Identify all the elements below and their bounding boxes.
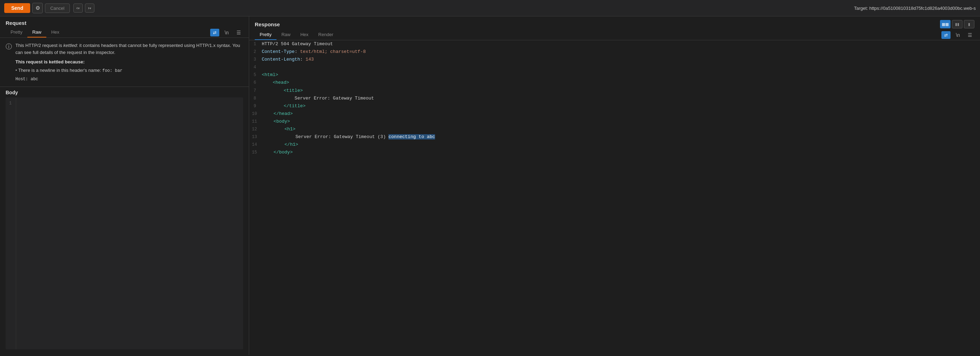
body-title: Body [0,87,249,97]
main-layout: Request Pretty Raw Hex ⇄ \n ☰ ⓘ This HTT… [0,16,980,355]
response-tab-render[interactable]: Render [313,30,338,40]
table-row: 4 [249,63,980,71]
kettled-warning: ⓘ This HTTP/2 request is kettled: it con… [6,42,243,82]
layout-split-button[interactable]: ▦▦ [940,20,951,28]
request-wrap-button[interactable]: ⇄ [210,29,219,36]
nav-forward-button[interactable]: › ▾ [85,3,94,13]
table-row: 15 </body> [249,149,980,156]
table-row: 13 Server Error: Gateway Timeout (3) con… [249,133,980,141]
layout-icons: ▦▦ ▮▮ ▮ [940,20,974,28]
kettled-because-title: This request is kettled because: [16,59,243,65]
request-tabs: Pretty Raw Hex ⇄ \n ☰ [0,27,249,38]
nav-back-button[interactable]: ‹ ▾ [73,3,83,13]
response-title: Response [255,21,280,27]
request-tab-raw[interactable]: Raw [27,27,46,38]
table-row: 12 <h1> [249,125,980,133]
layout-full-button[interactable]: ▮ [964,20,974,28]
table-row: 9 </title> [249,102,980,110]
response-top: Response ▦▦ ▮▮ ▮ [249,16,980,30]
table-row: 2 Content-Type: text/html; charset=utf-8 [249,48,980,56]
response-tab-pretty[interactable]: Pretty [255,30,277,40]
kettled-item-1: • There is a newline in this header's na… [16,67,243,74]
response-wrap-button[interactable]: ⇄ [942,31,951,39]
response-tab-icons: ⇄ \n ☰ [942,31,974,39]
kettled-description: This HTTP/2 request is kettled: it conta… [16,42,243,82]
request-title: Request [0,16,249,27]
response-content[interactable]: 1 HTTP/2 504 Gateway Timeout 2 Content-T… [249,40,980,355]
highlighted-text: connecting to abc [388,134,435,139]
cancel-button[interactable]: Cancel [45,3,70,13]
table-row: 3 Content-Length: 143 [249,56,980,63]
request-menu-button[interactable]: ☰ [234,29,243,36]
response-tab-hex[interactable]: Hex [296,30,313,40]
target-url: Target: https://0a5100810318d75fc1d826a4… [854,6,976,11]
request-panel: Request Pretty Raw Hex ⇄ \n ☰ ⓘ This HTT… [0,16,249,355]
response-tab-raw[interactable]: Raw [277,30,296,40]
table-row: 11 <body> [249,118,980,125]
table-row: 7 <title> [249,87,980,95]
request-tab-hex[interactable]: Hex [46,27,64,38]
table-row: 14 </h1> [249,141,980,149]
request-body-section: Body 1 [0,87,249,355]
body-line-numbers: 1 [6,97,16,350]
info-icon: ⓘ [6,43,12,82]
body-content-area[interactable] [16,97,243,350]
response-tabs: Pretty Raw Hex Render ⇄ \n ☰ [249,30,980,40]
table-row: 1 HTTP/2 504 Gateway Timeout [249,40,980,48]
request-tab-icons: ⇄ \n ☰ [210,29,243,36]
table-row: 5 <html> [249,71,980,79]
response-panel: Response ▦▦ ▮▮ ▮ Pretty Raw Hex Render ⇄… [249,16,980,355]
settings-button[interactable]: ⚙ [32,3,43,13]
toolbar: Send ⚙ Cancel ‹ ▾ › ▾ Target: https://0a… [0,0,980,16]
table-row: 8 Server Error: Gateway Timeout [249,95,980,102]
kettled-item-2: Host: abc [16,75,243,82]
send-button[interactable]: Send [4,3,30,13]
request-ln-button[interactable]: \n [222,29,231,36]
table-row: 10 </head> [249,110,980,118]
layout-single-button[interactable]: ▮▮ [952,20,963,28]
response-menu-button[interactable]: ☰ [965,31,974,39]
table-row: 6 <head> [249,79,980,87]
body-editor[interactable]: 1 [6,97,243,350]
response-code-block: 1 HTTP/2 504 Gateway Timeout 2 Content-T… [249,40,980,156]
response-ln-button[interactable]: \n [953,31,963,39]
request-tab-pretty[interactable]: Pretty [6,27,27,38]
